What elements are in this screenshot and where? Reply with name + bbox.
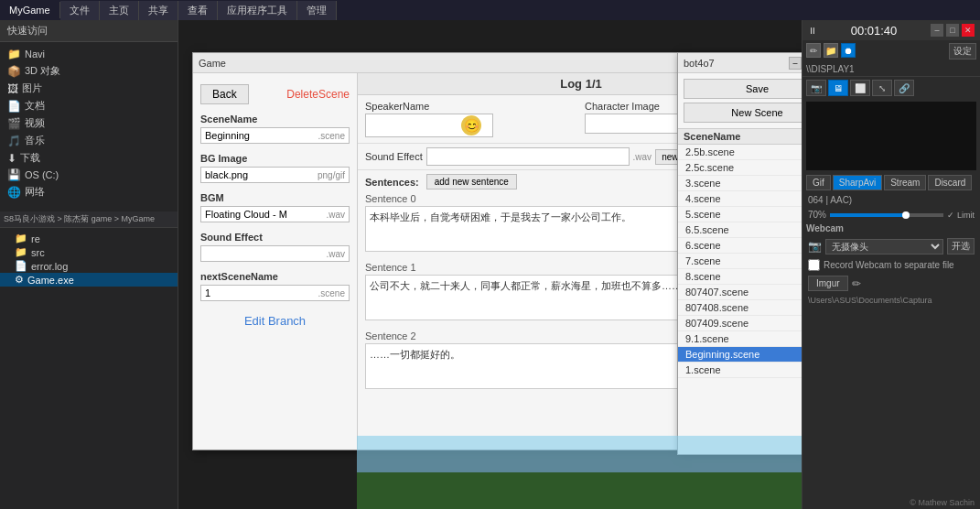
obs-folder-button[interactable]: 📁 xyxy=(824,43,838,58)
edit-icon[interactable]: ✏ xyxy=(852,277,861,290)
obs-bottom-row: Imgur ✏ xyxy=(802,273,980,294)
next-scene-input-wrap: .scene xyxy=(200,285,350,301)
sidebar-item-music[interactable]: 🎵 音乐 xyxy=(0,132,178,149)
sentence-label-1: Sentence 1 xyxy=(365,262,416,273)
folder-icon: 📁 xyxy=(15,233,27,244)
obs-title: ⏸ xyxy=(808,26,817,36)
sidebar-item-docs[interactable]: 📄 文档 xyxy=(0,97,178,114)
sidebar-nav: 📁 Navi 📦 3D 对象 🖼 图片 📄 文档 🎬 视频 🎵 音乐 ⬇ 下载 xyxy=(0,42,178,204)
back-button[interactable]: Back xyxy=(200,84,249,104)
tab-file[interactable]: 文件 xyxy=(60,1,100,20)
log-title: Log 1/1 xyxy=(560,77,602,91)
obs-volume-label: 70% xyxy=(808,210,826,220)
game-window-title: Game xyxy=(199,58,226,69)
3d-icon: 📦 xyxy=(7,65,21,78)
obs-maximize-button[interactable]: □ xyxy=(946,24,959,37)
sidebar-item-images[interactable]: 🖼 图片 xyxy=(0,80,178,97)
imgur-button[interactable]: Imgur xyxy=(808,276,848,291)
add-sentence-button[interactable]: add new sentence xyxy=(426,174,517,190)
sound-effect-input-wrap: .wav xyxy=(200,245,350,262)
edit-branch-button[interactable]: Edit Branch xyxy=(200,310,350,331)
obs-window-button[interactable]: ⬜ xyxy=(850,80,870,96)
bg-image-section: BG Image png/gif xyxy=(200,153,350,183)
bg-image-input[interactable] xyxy=(205,169,314,180)
breadcrumb: S8马良小游戏 > 陈杰菊 game > MyGame xyxy=(0,211,178,228)
obs-codec-section: 064 | AAC) xyxy=(802,192,980,208)
sidebar-item-3d[interactable]: 📦 3D 对象 xyxy=(0,62,178,80)
obs-tab-gif[interactable]: Gif xyxy=(806,175,831,190)
file-item-errorlog[interactable]: 📄 error.log xyxy=(0,259,178,273)
music-icon: 🎵 xyxy=(7,135,21,147)
obs-link-button[interactable]: 🔗 xyxy=(894,80,914,96)
sound-suffix: .wav xyxy=(326,249,345,259)
tab-app-tools[interactable]: 应用程序工具 xyxy=(218,1,297,20)
file-sidebar: 快速访问 📁 Navi 📦 3D 对象 🖼 图片 📄 文档 🎬 视频 🎵 音乐 … xyxy=(0,20,178,509)
obs-display-label: \\DISPLAY1 xyxy=(802,62,980,77)
record-webcam-checkbox[interactable] xyxy=(808,259,820,271)
obs-codec-label: 064 | AAC) xyxy=(808,195,852,205)
scene-name-suffix: .scene xyxy=(318,131,345,141)
folder-icon: 📁 xyxy=(7,48,21,60)
sidebar-item-videos[interactable]: 🎬 视频 xyxy=(0,114,178,132)
obs-limit-label: ✓ Limit xyxy=(947,211,975,220)
sidebar-item-navi[interactable]: 📁 Navi xyxy=(0,46,178,62)
download-icon: ⬇ xyxy=(7,152,16,165)
bgm-suffix: .wav xyxy=(326,210,345,220)
file-item-re[interactable]: 📁 re xyxy=(0,232,178,245)
obs-volume-row: 70% ✓ Limit xyxy=(802,208,980,222)
scene-name-input-wrap: .scene xyxy=(200,127,350,144)
bg-image-suffix: png/gif xyxy=(318,170,345,180)
obs-cam-button[interactable]: 📷 xyxy=(806,80,826,96)
mathew-label: © Mathew Sachin xyxy=(910,498,975,507)
scene-panel-title: bot4o7 xyxy=(684,58,715,69)
obs-tab-discard[interactable]: Discard xyxy=(928,175,972,190)
file-item-src[interactable]: 📁 src xyxy=(0,245,178,259)
speaker-avatar: 😊 xyxy=(461,115,481,135)
obs-resize-button[interactable]: ⤡ xyxy=(872,80,892,96)
bgm-input-wrap: .wav xyxy=(200,206,350,222)
exe-icon: ⚙ xyxy=(15,274,24,286)
file-tree: 📁 re 📁 src 📄 error.log ⚙ Game.exe xyxy=(0,228,178,290)
obs-screen-button[interactable]: 🖥 xyxy=(828,80,848,96)
tab-home[interactable]: 主页 xyxy=(100,1,139,20)
tab-share[interactable]: 共享 xyxy=(139,1,178,20)
next-scene-input[interactable] xyxy=(205,287,315,298)
obs-open-button[interactable]: 开选 xyxy=(947,238,975,254)
obs-minimize-button[interactable]: – xyxy=(931,24,943,37)
webcam-icon: 📷 xyxy=(808,240,822,253)
file-icon: 📄 xyxy=(15,260,27,272)
folder-icon: 📁 xyxy=(15,246,27,258)
obs-pencil-button[interactable]: ✏ xyxy=(806,43,821,58)
scene-name-input[interactable] xyxy=(205,130,315,141)
bgm-input[interactable] xyxy=(205,209,322,220)
obs-tab-sharpavi[interactable]: SharpAvi xyxy=(833,175,882,190)
sound-effect-input[interactable] xyxy=(205,248,322,259)
scene-name-label: SceneName xyxy=(200,114,350,125)
bgm-label: BGM xyxy=(200,192,350,203)
sound-effect-section: Sound Effect .wav xyxy=(200,232,350,262)
obs-settings-button[interactable]: 设定 xyxy=(949,43,976,60)
obs-volume-slider[interactable] xyxy=(830,213,943,217)
scene-minimize-button[interactable]: – xyxy=(789,57,802,70)
obs-webcam-row: 📷 无摄像头 开选 xyxy=(802,235,980,257)
bgm-section: BGM .wav xyxy=(200,192,350,222)
delete-scene-button[interactable]: DeleteScene xyxy=(286,88,350,101)
scene-name-section: SceneName .scene xyxy=(200,114,350,144)
obs-tab-stream[interactable]: Stream xyxy=(884,175,926,190)
app-topbar: MyGame 文件 主页 共享 查看 应用程序工具 管理 xyxy=(0,0,980,20)
obs-controls: – □ ✕ xyxy=(931,24,975,37)
obs-record-button[interactable]: ⏺ xyxy=(841,43,856,58)
next-scene-section: nextSceneName .scene xyxy=(200,271,350,301)
sound-input[interactable] xyxy=(426,147,630,166)
tab-view[interactable]: 查看 xyxy=(178,1,218,20)
quick-access-label: 快速访问 xyxy=(0,20,178,42)
sidebar-item-osc[interactable]: 💾 OS (C:) xyxy=(0,167,178,183)
speaker-input-wrap: 😊 xyxy=(365,114,577,137)
obs-panel: ⏸ 00:01:40 – □ ✕ ✏ 📁 ⏺ 设定 \\DISPLAY1 📷 🖥… xyxy=(802,20,980,509)
file-item-gameexe[interactable]: ⚙ Game.exe xyxy=(0,273,178,287)
obs-webcam-select[interactable]: 无摄像头 xyxy=(825,239,943,254)
tab-manage[interactable]: 管理 xyxy=(297,1,337,20)
sidebar-item-download[interactable]: ⬇ 下载 xyxy=(0,149,178,167)
obs-close-button[interactable]: ✕ xyxy=(962,24,975,37)
sidebar-item-network[interactable]: 🌐 网络 xyxy=(0,183,178,200)
